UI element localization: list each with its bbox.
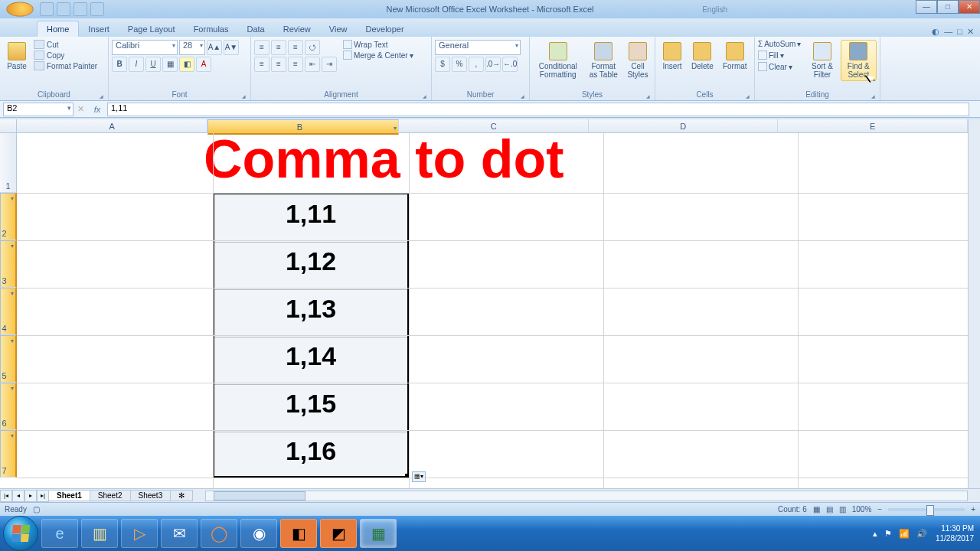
- grow-font-button[interactable]: A▲: [207, 40, 222, 55]
- align-left-button[interactable]: ≡: [254, 57, 270, 72]
- sheet-nav-prev[interactable]: ◂: [12, 490, 24, 502]
- tab-insert[interactable]: Insert: [79, 21, 119, 37]
- macro-record-icon[interactable]: ▢: [33, 505, 40, 514]
- format-cells-button[interactable]: Format: [719, 40, 751, 73]
- language-indicator[interactable]: English: [702, 5, 727, 14]
- tab-developer[interactable]: Developer: [356, 21, 413, 37]
- tab-view[interactable]: View: [320, 21, 357, 37]
- fill-color-button[interactable]: ◧: [179, 57, 194, 72]
- cell-B2[interactable]: 1,11: [214, 194, 407, 242]
- increase-decimal-button[interactable]: .0→: [485, 57, 501, 72]
- zoom-out-button[interactable]: −: [877, 505, 882, 514]
- taskbar-app2-icon[interactable]: ◩: [320, 519, 357, 548]
- new-sheet-button[interactable]: ✻: [170, 490, 193, 501]
- minimize-button[interactable]: —: [916, 0, 937, 14]
- taskbar-chrome-icon[interactable]: ◉: [240, 519, 277, 548]
- row-header-3[interactable]: 3: [0, 240, 17, 288]
- view-layout-icon[interactable]: ▤: [826, 505, 833, 514]
- zoom-in-button[interactable]: +: [971, 505, 975, 514]
- find-select-button[interactable]: Find & Select: [841, 40, 877, 81]
- font-size-select[interactable]: 28: [179, 40, 205, 55]
- taskbar-mail-icon[interactable]: ✉: [161, 519, 198, 548]
- delete-cells-button[interactable]: Delete: [688, 40, 717, 73]
- number-format-select[interactable]: General: [435, 40, 521, 55]
- name-box[interactable]: B2: [3, 103, 74, 116]
- help-icon[interactable]: ◐: [932, 27, 939, 37]
- decrease-decimal-button[interactable]: ←.0: [502, 57, 518, 72]
- row-header-7[interactable]: 7: [0, 430, 17, 478]
- row-header-4[interactable]: 4: [0, 288, 17, 335]
- italic-button[interactable]: I: [129, 57, 144, 72]
- taskbar-app1-icon[interactable]: ◧: [280, 519, 317, 548]
- hscroll-thumb[interactable]: [214, 491, 305, 500]
- cut-button[interactable]: Cut: [34, 40, 97, 49]
- qat-dropdown-icon[interactable]: [90, 2, 104, 16]
- tab-home[interactable]: Home: [37, 21, 79, 37]
- tab-page-layout[interactable]: Page Layout: [119, 21, 185, 37]
- worksheet-grid[interactable]: ABCDE 1234567 Comma to dot 1,111,121,131…: [0, 119, 968, 488]
- format-as-table-button[interactable]: Format as Table: [585, 40, 622, 81]
- start-button[interactable]: [3, 516, 38, 551]
- qat-redo-icon[interactable]: [74, 2, 87, 16]
- comma-style-button[interactable]: ,: [469, 57, 484, 72]
- taskbar-media-icon[interactable]: ▷: [121, 519, 158, 548]
- sheet-nav-first[interactable]: |◂: [0, 490, 12, 502]
- align-bottom-button[interactable]: ≡: [288, 40, 303, 55]
- close-workbook-icon[interactable]: ✕: [967, 27, 974, 37]
- taskbar-ie-icon[interactable]: e: [41, 519, 78, 548]
- sort-filter-button[interactable]: Sort & Filter: [805, 40, 838, 81]
- bold-button[interactable]: B: [112, 57, 127, 72]
- cancel-formula-icon[interactable]: ✕: [74, 104, 87, 114]
- taskbar-excel-icon[interactable]: ▦: [360, 519, 397, 548]
- paste-button[interactable]: Paste: [3, 40, 31, 73]
- horizontal-scrollbar[interactable]: [205, 491, 968, 501]
- wrap-text-button[interactable]: Wrap Text: [343, 40, 413, 49]
- col-header-E[interactable]: E: [778, 119, 968, 133]
- zoom-slider[interactable]: [888, 508, 965, 511]
- row-header-6[interactable]: 6: [0, 383, 17, 430]
- align-center-button[interactable]: ≡: [271, 57, 286, 72]
- cells-area[interactable]: Comma to dot 1,111,121,131,141,151,16 ▦▾: [17, 133, 968, 488]
- view-pagebreak-icon[interactable]: ▥: [839, 505, 846, 514]
- sheet-tab-2[interactable]: Sheet2: [90, 490, 131, 501]
- copy-button[interactable]: Copy: [34, 51, 97, 60]
- border-button[interactable]: ▦: [162, 57, 178, 72]
- cell-B6[interactable]: 1,15: [214, 384, 407, 432]
- align-right-button[interactable]: ≡: [288, 57, 303, 72]
- taskbar-explorer-icon[interactable]: ▥: [81, 519, 118, 548]
- conditional-formatting-button[interactable]: Conditional Formatting: [533, 40, 583, 81]
- min-ribbon-icon[interactable]: —: [944, 27, 952, 37]
- col-header-A[interactable]: A: [17, 119, 207, 133]
- qat-undo-icon[interactable]: [57, 2, 70, 16]
- close-button[interactable]: ✕: [959, 0, 980, 14]
- zoom-level[interactable]: 100%: [852, 505, 872, 514]
- fx-icon[interactable]: fx: [90, 105, 104, 114]
- row-header-2[interactable]: 2: [0, 193, 17, 240]
- font-name-select[interactable]: Calibri: [112, 40, 178, 55]
- cell-B7[interactable]: 1,16: [214, 432, 407, 479]
- row-header-5[interactable]: 5: [0, 335, 17, 383]
- formula-input[interactable]: 1,11: [107, 103, 969, 116]
- select-all-corner[interactable]: [0, 119, 17, 133]
- autosum-button[interactable]: Σ AutoSum ▾: [758, 40, 801, 48]
- sheet-tab-1[interactable]: Sheet1: [48, 490, 90, 501]
- tab-formulas[interactable]: Formulas: [185, 21, 238, 37]
- system-tray[interactable]: ▴ ⚑ 📶 🔊 11:30 PM 11/28/2017: [873, 523, 980, 543]
- cell-B5[interactable]: 1,14: [214, 337, 407, 384]
- tab-data[interactable]: Data: [237, 21, 273, 37]
- clear-button[interactable]: Clear ▾: [758, 62, 801, 71]
- decrease-indent-button[interactable]: ⇤: [305, 57, 320, 72]
- sheet-nav-next[interactable]: ▸: [24, 490, 37, 502]
- insert-cells-button[interactable]: Insert: [658, 40, 686, 73]
- restore-workbook-icon[interactable]: □: [957, 27, 962, 37]
- percent-button[interactable]: %: [452, 57, 467, 72]
- row-headers[interactable]: 1234567: [0, 133, 17, 478]
- orientation-button[interactable]: ⭯: [305, 40, 320, 55]
- office-button[interactable]: [6, 2, 33, 16]
- cell-B4[interactable]: 1,13: [214, 289, 407, 337]
- view-normal-icon[interactable]: ▦: [813, 505, 820, 514]
- merge-center-button[interactable]: Merge & Center ▾: [343, 51, 413, 60]
- shrink-font-button[interactable]: A▼: [224, 40, 239, 55]
- qat-save-icon[interactable]: [40, 2, 54, 16]
- font-color-button[interactable]: A: [196, 57, 211, 72]
